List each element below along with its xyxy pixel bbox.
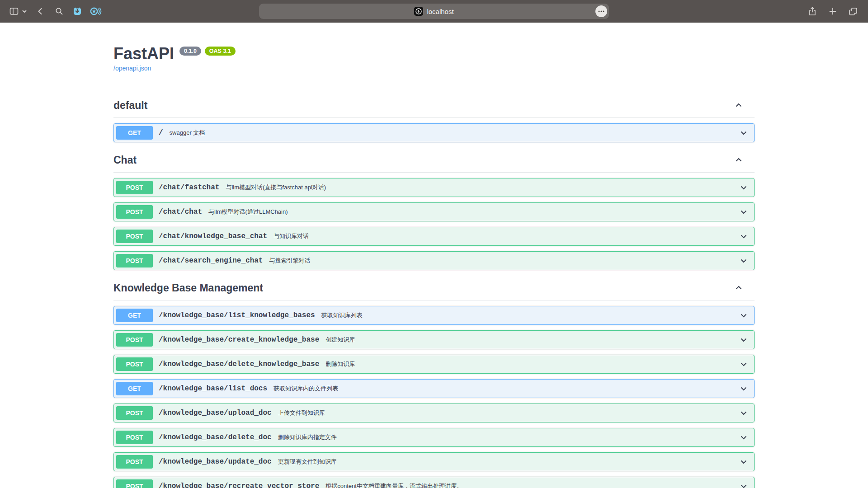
chevron-down-icon[interactable] bbox=[739, 207, 749, 217]
api-section: Knowledge Base Management GET /knowledge… bbox=[113, 279, 755, 488]
http-method-badge: POST bbox=[116, 431, 153, 444]
endpoint-row[interactable]: GET /knowledge_base/list_docs 获取知识库内的文件列… bbox=[113, 379, 755, 398]
api-section: default GET / swagger 文档 bbox=[113, 97, 755, 142]
chevron-down-icon[interactable] bbox=[739, 310, 749, 320]
endpoint-summary: 与llm模型对话(直接与fastchat api对话) bbox=[226, 183, 326, 192]
section-header[interactable]: Chat bbox=[113, 151, 755, 173]
section-title: Knowledge Base Management bbox=[113, 281, 263, 295]
endpoint-summary: 根据content中文档重建向量库，流式输出处理进度。 bbox=[326, 482, 462, 488]
http-method-badge: POST bbox=[116, 357, 153, 371]
endpoint-path: /knowledge_base/delete_doc bbox=[159, 433, 272, 441]
chevron-down-icon[interactable] bbox=[739, 432, 749, 442]
openapi-spec-link[interactable]: /openapi.json bbox=[113, 65, 151, 72]
endpoint-path: /knowledge_base/recreate_vector_store bbox=[159, 482, 319, 488]
endpoint-path: /chat/search_engine_chat bbox=[159, 257, 263, 265]
endpoint-summary: 与知识库对话 bbox=[274, 232, 309, 240]
endpoint-path: /chat/knowledge_base_chat bbox=[159, 232, 267, 240]
section-operations: GET / swagger 文档 bbox=[113, 123, 755, 142]
endpoint-row[interactable]: POST /knowledge_base/update_doc 更新现有文件到知… bbox=[113, 452, 755, 471]
http-method-badge: GET bbox=[116, 382, 153, 395]
sections-container: default GET / swagger 文档 Chat bbox=[113, 97, 755, 488]
chevron-down-icon[interactable] bbox=[739, 359, 749, 369]
page-title: FastAPI bbox=[113, 43, 174, 64]
http-method-badge: POST bbox=[116, 455, 153, 469]
chevron-up-icon[interactable] bbox=[734, 155, 744, 165]
endpoint-row[interactable]: POST /knowledge_base/delete_doc 删除知识库内指定… bbox=[113, 428, 755, 447]
endpoint-row[interactable]: GET / swagger 文档 bbox=[113, 123, 755, 142]
extension-star-waves-icon[interactable] bbox=[90, 6, 102, 16]
http-method-badge: POST bbox=[116, 479, 153, 488]
endpoint-row[interactable]: POST /knowledge_base/delete_knowledge_ba… bbox=[113, 355, 755, 374]
tab-overview-icon[interactable] bbox=[849, 7, 858, 16]
endpoint-row[interactable]: POST /chat/fastchat 与llm模型对话(直接与fastchat… bbox=[113, 178, 755, 197]
http-method-badge: POST bbox=[116, 205, 153, 219]
api-section: Chat POST /chat/fastchat 与llm模型对话(直接与fas… bbox=[113, 151, 755, 270]
endpoint-path: /knowledge_base/upload_doc bbox=[159, 409, 272, 417]
chevron-down-icon[interactable] bbox=[739, 183, 749, 192]
endpoint-summary: 上传文件到知识库 bbox=[278, 409, 325, 417]
sidebar-toggle-icon[interactable] bbox=[9, 6, 19, 16]
chevron-down-icon[interactable] bbox=[739, 128, 749, 138]
new-tab-icon[interactable] bbox=[829, 7, 837, 15]
endpoint-row[interactable]: GET /knowledge_base/list_knowledge_bases… bbox=[113, 306, 755, 325]
endpoint-row[interactable]: POST /chat/knowledge_base_chat 与知识库对话 bbox=[113, 227, 755, 246]
http-method-badge: GET bbox=[116, 309, 153, 322]
chevron-down-icon[interactable] bbox=[739, 481, 749, 488]
http-method-badge: POST bbox=[116, 333, 153, 347]
endpoint-path: /knowledge_base/list_docs bbox=[159, 385, 267, 393]
endpoint-summary: swagger 文档 bbox=[170, 129, 205, 137]
section-header[interactable]: default bbox=[113, 97, 755, 118]
endpoint-path: / bbox=[159, 129, 163, 137]
swagger-page: FastAPI 0.1.0 OAS 3.1 /openapi.json defa… bbox=[113, 23, 755, 488]
toolbar-chevron-down-icon[interactable] bbox=[22, 9, 27, 14]
chevron-down-icon[interactable] bbox=[739, 335, 749, 345]
browser-toolbar: localhost bbox=[0, 0, 868, 23]
section-operations: GET /knowledge_base/list_knowledge_bases… bbox=[113, 306, 755, 488]
page-menu-ellipsis-icon[interactable] bbox=[595, 5, 607, 17]
chevron-down-icon[interactable] bbox=[739, 231, 749, 241]
section-title: default bbox=[113, 99, 147, 112]
search-icon[interactable] bbox=[55, 7, 63, 15]
endpoint-summary: 与llm模型对话(通过LLMChain) bbox=[208, 208, 288, 216]
chevron-up-icon[interactable] bbox=[734, 100, 744, 110]
lightning-bolt-favicon bbox=[414, 7, 423, 16]
http-method-badge: GET bbox=[116, 126, 153, 140]
chevron-up-icon[interactable] bbox=[734, 283, 744, 293]
endpoint-path: /chat/chat bbox=[159, 208, 202, 216]
chevron-down-icon[interactable] bbox=[739, 457, 749, 467]
endpoint-row[interactable]: POST /knowledge_base/create_knowledge_ba… bbox=[113, 330, 755, 349]
title-badges: 0.1.0 OAS 3.1 bbox=[179, 47, 236, 56]
http-method-badge: POST bbox=[116, 254, 153, 267]
endpoint-row[interactable]: POST /chat/chat 与llm模型对话(通过LLMChain) bbox=[113, 202, 755, 221]
share-icon[interactable] bbox=[808, 6, 817, 16]
section-operations: POST /chat/fastchat 与llm模型对话(直接与fastchat… bbox=[113, 178, 755, 270]
endpoint-summary: 与搜索引擎对话 bbox=[269, 257, 310, 265]
endpoint-row[interactable]: POST /knowledge_base/recreate_vector_sto… bbox=[113, 477, 755, 488]
endpoint-path: /chat/fastchat bbox=[159, 183, 219, 192]
http-method-badge: POST bbox=[116, 181, 153, 194]
toolbar-left-group bbox=[0, 6, 102, 16]
section-title: Chat bbox=[113, 153, 137, 167]
chevron-down-icon[interactable] bbox=[739, 408, 749, 418]
chevron-down-icon[interactable] bbox=[739, 256, 749, 266]
endpoint-path: /knowledge_base/update_doc bbox=[159, 458, 272, 466]
url-text: localhost bbox=[427, 8, 453, 15]
chevron-down-icon[interactable] bbox=[739, 384, 749, 394]
http-method-badge: POST bbox=[116, 230, 153, 243]
back-icon[interactable] bbox=[36, 7, 44, 15]
endpoint-summary: 获取知识库列表 bbox=[321, 311, 363, 319]
endpoint-summary: 删除知识库 bbox=[326, 360, 355, 368]
api-info: FastAPI 0.1.0 OAS 3.1 /openapi.json bbox=[113, 43, 755, 72]
section-header[interactable]: Knowledge Base Management bbox=[113, 279, 755, 300]
endpoint-summary: 删除知识库内指定文件 bbox=[278, 433, 337, 441]
endpoint-row[interactable]: POST /chat/search_engine_chat 与搜索引擎对话 bbox=[113, 251, 755, 270]
endpoint-path: /knowledge_base/list_knowledge_bases bbox=[159, 311, 315, 319]
endpoint-summary: 获取知识库内的文件列表 bbox=[274, 385, 338, 393]
http-method-badge: POST bbox=[116, 406, 153, 420]
endpoint-path: /knowledge_base/create_knowledge_base bbox=[159, 336, 319, 344]
endpoint-row[interactable]: POST /knowledge_base/upload_doc 上传文件到知识库 bbox=[113, 404, 755, 422]
extension-shield-icon[interactable] bbox=[72, 6, 82, 16]
url-bar[interactable]: localhost bbox=[259, 4, 609, 19]
version-badge: 0.1.0 bbox=[179, 47, 201, 56]
oas-badge: OAS 3.1 bbox=[205, 47, 236, 56]
